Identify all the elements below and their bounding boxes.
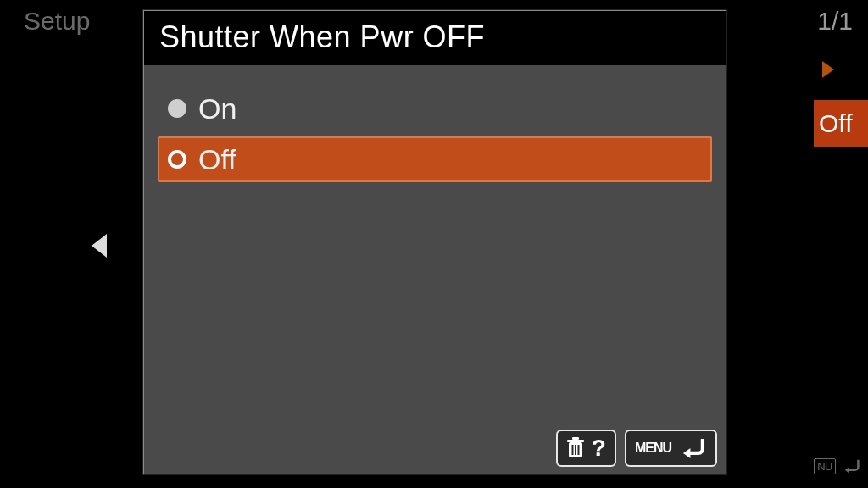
return-icon <box>841 458 861 474</box>
trash-icon <box>566 437 585 459</box>
menu-fragment-label: NU <box>814 458 836 474</box>
help-question-label: ? <box>592 435 606 462</box>
svg-rect-3 <box>571 445 573 455</box>
menu-value-chip: Off <box>814 100 868 147</box>
breadcrumb-setup: Setup <box>24 7 90 36</box>
option-on[interactable]: On <box>158 86 712 131</box>
svg-rect-4 <box>575 445 576 455</box>
option-label: On <box>198 92 236 125</box>
menu-return-button[interactable]: MENU <box>625 430 717 467</box>
option-off[interactable]: Off <box>158 136 712 182</box>
svg-rect-2 <box>572 437 579 440</box>
dialog-title: Shutter When Pwr OFF <box>144 11 726 65</box>
menu-label: MENU <box>635 441 671 456</box>
return-icon <box>678 436 707 460</box>
arrow-left-icon <box>92 234 107 258</box>
arrow-right-icon <box>822 61 834 78</box>
setting-dialog: Shutter When Pwr OFF On Off ? MENU <box>143 10 726 474</box>
radio-icon <box>168 99 186 118</box>
delete-help-button[interactable]: ? <box>556 430 616 467</box>
dialog-footer: ? MENU <box>556 430 717 467</box>
option-list: On Off <box>144 65 726 182</box>
pager: 1/1 <box>817 7 853 36</box>
svg-rect-5 <box>577 445 579 455</box>
svg-rect-1 <box>567 440 584 442</box>
option-label: Off <box>198 143 236 176</box>
radio-icon <box>168 150 186 169</box>
menu-return-hint-small: NU <box>814 458 861 474</box>
